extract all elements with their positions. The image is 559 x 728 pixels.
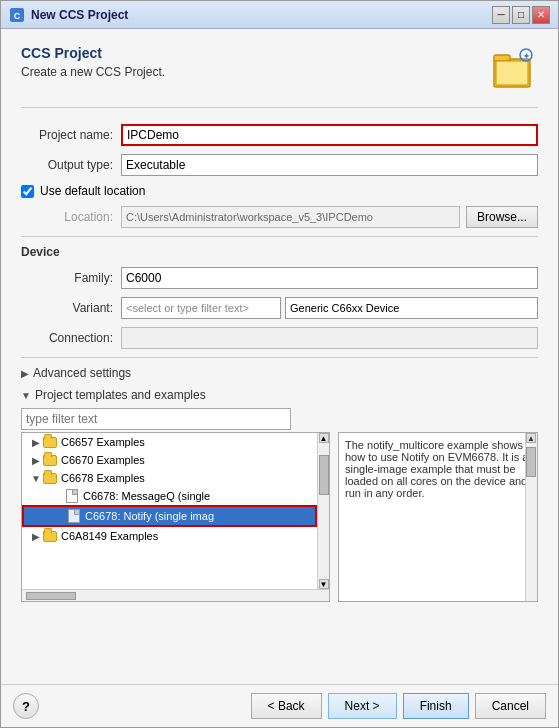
c6670-label: C6670 Examples (61, 454, 145, 466)
family-select[interactable]: C6000 (121, 267, 538, 289)
tree-item-c6678-msgq[interactable]: C6678: MessageQ (single (22, 487, 317, 505)
dialog-subtitle: Create a new CCS Project. (21, 65, 165, 79)
window-icon: C (9, 7, 25, 23)
connection-label: Connection: (21, 331, 121, 345)
project-name-label: Project name: (21, 128, 121, 142)
output-type-label: Output type: (21, 158, 121, 172)
tree-item-c6a8149[interactable]: ▶ C6A8149 Examples (22, 527, 317, 545)
advanced-label: Advanced settings (33, 366, 131, 380)
c6678-folder-icon (42, 470, 58, 486)
templates-label: Project templates and examples (35, 388, 206, 402)
back-button[interactable]: < Back (251, 693, 322, 719)
title-bar-controls: ─ □ ✕ (492, 6, 550, 24)
svg-text:✦: ✦ (523, 52, 530, 61)
svg-text:C: C (14, 11, 21, 21)
wizard-icon: ✦ (490, 45, 538, 93)
divider-2 (21, 357, 538, 358)
tree-item-c6678-notify[interactable]: C6678: Notify (single imag (22, 505, 317, 527)
c6657-label: C6657 Examples (61, 436, 145, 448)
scroll-thumb[interactable] (319, 455, 329, 495)
c6678-label: C6678 Examples (61, 472, 145, 484)
c6678-msgq-label: C6678: MessageQ (single (83, 490, 210, 502)
svg-rect-4 (496, 61, 528, 85)
location-row: Location: Browse... (41, 206, 538, 228)
project-name-row: Project name: (21, 124, 538, 146)
maximize-button[interactable]: □ (512, 6, 530, 24)
tree-hscroll[interactable] (22, 589, 329, 601)
title-bar-left: C New CCS Project (9, 7, 128, 23)
location-label: Location: (41, 210, 121, 224)
location-input[interactable] (121, 206, 460, 228)
c6670-expand-arrow: ▶ (30, 455, 42, 466)
templates-content: ▶ C6657 Examples ▶ C6670 Examples (21, 432, 538, 602)
c6670-folder-icon (42, 452, 58, 468)
header-area: CCS Project Create a new CCS Project. ✦ (21, 45, 538, 108)
tree-item-c6670[interactable]: ▶ C6670 Examples (22, 451, 317, 469)
output-type-select[interactable]: Executable (121, 154, 538, 176)
tree-content: ▶ C6657 Examples ▶ C6670 Examples (22, 433, 317, 589)
close-button[interactable]: ✕ (532, 6, 550, 24)
desc-scrollbar[interactable]: ▲ (525, 433, 537, 601)
help-button[interactable]: ? (13, 693, 39, 719)
bottom-bar: ? < Back Next > Finish Cancel (1, 684, 558, 727)
c6678-msgq-icon (64, 488, 80, 504)
dialog-content: CCS Project Create a new CCS Project. ✦ … (1, 29, 558, 684)
dialog-title: CCS Project (21, 45, 165, 61)
description-text: The notify_multicore example shows how t… (345, 439, 528, 499)
c6678-expand-arrow: ▼ (30, 473, 42, 484)
tree-item-c6657[interactable]: ▶ C6657 Examples (22, 433, 317, 451)
hscroll-thumb[interactable] (26, 592, 76, 600)
c6657-folder-icon (42, 434, 58, 450)
project-name-input[interactable] (121, 124, 538, 146)
cancel-button[interactable]: Cancel (475, 693, 546, 719)
c6a8149-expand-arrow: ▶ (30, 531, 42, 542)
next-button[interactable]: Next > (328, 693, 397, 719)
variant-label: Variant: (21, 301, 121, 315)
window-title: New CCS Project (31, 8, 128, 22)
c6a8149-label: C6A8149 Examples (61, 530, 158, 542)
finish-button[interactable]: Finish (403, 693, 469, 719)
c6a8149-folder-icon (42, 528, 58, 544)
tree-item-c6678[interactable]: ▼ C6678 Examples (22, 469, 317, 487)
advanced-settings-header[interactable]: ▶ Advanced settings (21, 366, 538, 380)
tree-scrollbar-v[interactable]: ▲ ▼ (317, 433, 329, 589)
use-default-location-checkbox[interactable] (21, 185, 34, 198)
c6657-expand-arrow: ▶ (30, 437, 42, 448)
advanced-expand-arrow: ▶ (21, 368, 29, 379)
title-bar: C New CCS Project ─ □ ✕ (1, 1, 558, 29)
use-default-location-row: Use default location (21, 184, 538, 198)
use-default-location-label: Use default location (40, 184, 145, 198)
advanced-settings-section: ▶ Advanced settings (21, 366, 538, 380)
templates-header: ▼ Project templates and examples (21, 388, 538, 402)
c6678-notify-icon (66, 508, 82, 524)
c6678-notify-label: C6678: Notify (single imag (85, 510, 214, 522)
device-group-label: Device (21, 245, 538, 259)
minimize-button[interactable]: ─ (492, 6, 510, 24)
tree-panel: ▶ C6657 Examples ▶ C6670 Examples (22, 433, 329, 589)
templates-section: ▼ Project templates and examples ▶ (21, 388, 538, 602)
tree-panel-container: ▶ C6657 Examples ▶ C6670 Examples (21, 432, 330, 602)
variant-dropdown[interactable]: <select or type filter text> (121, 297, 281, 319)
connection-row: Connection: (21, 327, 538, 349)
family-row: Family: C6000 (21, 267, 538, 289)
description-panel: The notify_multicore example shows how t… (338, 432, 538, 602)
main-window: C New CCS Project ─ □ ✕ CCS Project Crea… (0, 0, 559, 728)
browse-button[interactable]: Browse... (466, 206, 538, 228)
connection-select[interactable] (121, 327, 538, 349)
filter-input[interactable] (21, 408, 291, 430)
action-buttons: < Back Next > Finish Cancel (251, 693, 546, 719)
variant-value-select[interactable]: Generic C66xx Device (285, 297, 538, 319)
svg-rect-3 (494, 55, 510, 61)
output-type-row: Output type: Executable (21, 154, 538, 176)
templates-expand-arrow: ▼ (21, 390, 31, 401)
divider-1 (21, 236, 538, 237)
family-label: Family: (21, 271, 121, 285)
variant-row: Variant: <select or type filter text> Ge… (21, 297, 538, 319)
